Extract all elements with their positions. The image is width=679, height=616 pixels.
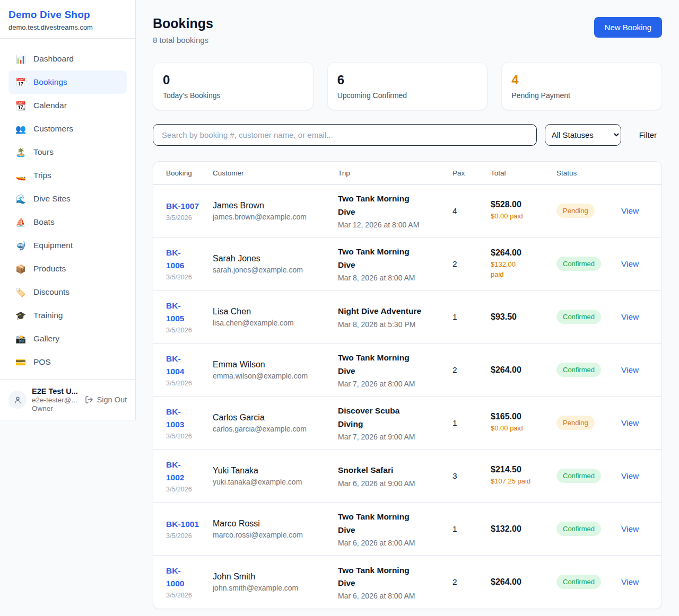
col-header-actions: [621, 162, 661, 184]
customer-email: james.brown@example.com: [213, 213, 334, 221]
sidebar-item-pos[interactable]: 💳 POS: [8, 350, 127, 374]
sidebar-item-gallery[interactable]: 📸 Gallery: [8, 327, 127, 350]
view-link[interactable]: View: [621, 577, 639, 586]
sidebar-item-customers[interactable]: 👥 Customers: [8, 117, 127, 140]
status-badge: Confirmed: [556, 363, 601, 377]
status-badge: Pending: [556, 204, 595, 218]
customer-email: carlos.garcia@example.com: [213, 425, 334, 433]
new-booking-button[interactable]: New Booking: [594, 17, 662, 38]
trip-datetime: Mar 7, 2026 at 9:00 AM: [338, 433, 448, 441]
credit-card-icon: 💳: [15, 357, 27, 367]
sidebar-item-label: Gallery: [33, 334, 59, 344]
status-badge: Confirmed: [556, 257, 601, 271]
stat-card-todays-bookings: 0 Today's Bookings: [153, 62, 314, 110]
booking-date: 3/5/2026: [166, 214, 208, 222]
booking-date: 3/5/2026: [166, 327, 208, 334]
view-link[interactable]: View: [621, 471, 639, 480]
booking-id-link[interactable]: BK- 1000: [166, 565, 208, 590]
pax-count: 1: [452, 503, 491, 556]
total-amount: $264.00: [491, 577, 552, 587]
booking-id-link[interactable]: BK- 1006: [166, 247, 208, 272]
view-link[interactable]: View: [621, 206, 639, 215]
page-title: Bookings: [153, 16, 213, 31]
sidebar-item-equipment[interactable]: 🤿 Equipment: [8, 234, 127, 257]
people-icon: 👥: [15, 124, 27, 134]
pax-count: 2: [452, 556, 491, 609]
page-subtitle: 8 total bookings: [153, 36, 213, 45]
booking-date: 3/5/2026: [166, 380, 208, 387]
booking-date: 3/5/2026: [166, 274, 208, 281]
sidebar-item-trips[interactable]: 🚤 Trips: [8, 164, 127, 187]
sidebar-item-calendar[interactable]: 📆 Calendar: [8, 94, 127, 117]
col-header-total: Total: [491, 162, 556, 184]
total-amount: $93.50: [491, 312, 552, 322]
sidebar-item-bookings[interactable]: 📅 Bookings: [8, 71, 127, 94]
sidebar-item-training[interactable]: 🎓 Training: [8, 304, 127, 327]
booking-id-link[interactable]: BK- 1002: [166, 459, 208, 484]
booking-id-link[interactable]: BK- 1004: [166, 353, 208, 378]
filter-row: All Statuses Filter: [153, 124, 662, 146]
view-link[interactable]: View: [621, 259, 639, 268]
status-select[interactable]: All Statuses: [545, 124, 621, 146]
booking-date: 3/5/2026: [166, 532, 208, 540]
filter-button[interactable]: Filter: [634, 126, 662, 144]
pax-count: 2: [452, 344, 491, 397]
total-amount: $132.00: [491, 524, 552, 534]
booking-id-link[interactable]: BK- 1003: [166, 406, 208, 431]
pax-count: 4: [452, 184, 491, 237]
customer-name: James Brown: [213, 201, 334, 210]
table-row: BK- 1004 3/5/2026 Emma Wilson emma.wilso…: [153, 344, 661, 397]
col-header-trip: Trip: [338, 162, 452, 184]
view-link[interactable]: View: [621, 312, 639, 321]
user-block: E2E Test U... e2e-tester@... Owner Sign …: [0, 379, 135, 420]
sidebar-item-label: Dashboard: [33, 54, 74, 64]
stat-label: Upcoming Confirmed: [337, 91, 478, 100]
trip-datetime: Mar 8, 2026 at 8:00 AM: [338, 274, 448, 282]
customer-email: sarah.jones@example.com: [213, 266, 334, 274]
sidebar-item-dashboard[interactable]: 📊 Dashboard: [8, 47, 127, 71]
trip-datetime: Mar 6, 2026 at 8:00 AM: [338, 539, 448, 547]
trip-datetime: Mar 8, 2026 at 5:30 PM: [338, 320, 448, 329]
view-link[interactable]: View: [621, 524, 639, 533]
logout-icon: [85, 395, 93, 404]
stat-card-upcoming-confirmed: 6 Upcoming Confirmed: [327, 62, 488, 110]
col-header-status: Status: [556, 162, 621, 184]
booking-id-link[interactable]: BK-1007: [166, 200, 208, 213]
sidebar-item-boats[interactable]: ⛵ Boats: [8, 210, 127, 234]
pax-count: 1: [452, 291, 491, 344]
calendar-date-icon: 📅: [15, 77, 27, 87]
sidebar-item-label: Dive Sites: [33, 194, 71, 204]
trip-name: Snorkel Safari: [338, 464, 448, 477]
sidebar-item-tours[interactable]: 🏝️ Tours: [8, 140, 127, 164]
view-link[interactable]: View: [621, 365, 639, 374]
sidebar: Demo Dive Shop demo.test.divestreams.com…: [0, 0, 136, 420]
booking-id-link[interactable]: BK-1001: [166, 518, 208, 531]
sign-out-button[interactable]: Sign Out: [85, 395, 127, 404]
table-row: BK- 1003 3/5/2026 Carlos Garcia carlos.g…: [153, 397, 661, 450]
customer-email: yuki.tanaka@example.com: [213, 478, 334, 486]
sidebar-item-dive-sites[interactable]: 🌊 Dive Sites: [8, 187, 127, 210]
search-input[interactable]: [153, 124, 537, 146]
pax-count: 3: [452, 450, 491, 503]
status-badge: Confirmed: [556, 522, 601, 536]
sidebar-item-products[interactable]: 📦 Products: [8, 257, 127, 280]
customer-email: lisa.chen@example.com: [213, 319, 334, 327]
user-avatar: [8, 391, 27, 409]
sign-out-label: Sign Out: [97, 395, 127, 404]
sidebar-item-label: POS: [33, 357, 51, 367]
customer-name: John Smith: [213, 572, 334, 582]
stat-card-pending-payment: 4 Pending Payment: [501, 62, 662, 110]
table-row: BK-1001 3/5/2026 Marco Rossi marco.rossi…: [153, 503, 661, 556]
total-amount: $264.00: [491, 365, 552, 375]
table-row: BK- 1006 3/5/2026 Sarah Jones sarah.jone…: [153, 237, 661, 291]
wave-icon: 🌊: [15, 194, 27, 204]
paid-amount: $132.00 paid: [491, 260, 552, 280]
sailboat-icon: ⛵: [15, 217, 27, 227]
stat-value: 6: [337, 73, 478, 87]
col-header-booking: Booking: [153, 162, 213, 184]
sidebar-item-discounts[interactable]: 🏷️ Discounts: [8, 280, 127, 304]
booking-id-link[interactable]: BK- 1005: [166, 300, 208, 325]
brand-title[interactable]: Demo Dive Shop: [8, 9, 127, 21]
trip-datetime: Mar 6, 2026 at 8:00 AM: [338, 592, 448, 600]
view-link[interactable]: View: [621, 418, 639, 427]
